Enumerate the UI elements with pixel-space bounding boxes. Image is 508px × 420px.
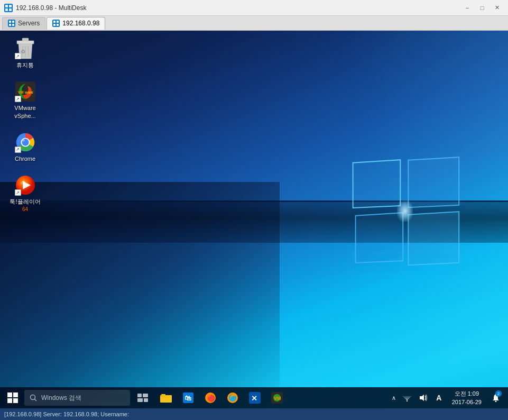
svg-rect-4 xyxy=(9,21,11,23)
taskbar: Windows 검색 xyxy=(0,387,508,408)
search-bar[interactable]: Windows 검색 xyxy=(24,390,130,406)
svg-rect-35 xyxy=(144,398,148,402)
svg-text:🔴: 🔴 xyxy=(207,394,215,402)
tray-icon-network[interactable] xyxy=(400,387,414,408)
start-button[interactable] xyxy=(2,387,23,408)
taskbar-pinned-icons: 🛍 🔴 ✕ xyxy=(155,387,288,408)
svg-rect-56 xyxy=(407,400,408,401)
tab-servers-icon xyxy=(8,20,15,27)
window-title: 192.168.0.98 - MultiDesk xyxy=(16,4,86,12)
remote-desktop[interactable]: ♻ 휴지통 VM wa re xyxy=(0,31,508,408)
taskbar-pin-vmware-taskbar[interactable]: VM xyxy=(266,387,288,408)
search-bar-label: Windows 검색 xyxy=(41,394,81,403)
svg-point-58 xyxy=(495,401,497,403)
desktop-icon-chrome[interactable]: Chrome xyxy=(5,130,45,165)
title-bar: 192.168.0.98 - MultiDesk − □ ✕ xyxy=(0,0,508,16)
notification-badge: 2 xyxy=(495,390,502,397)
svg-rect-33 xyxy=(143,394,148,397)
svg-rect-0 xyxy=(5,5,8,7)
svg-rect-39 xyxy=(161,397,171,398)
tab-remote[interactable]: 192.168.0.98 xyxy=(47,17,105,30)
tab-bar: Servers 192.168.0.98 xyxy=(0,16,508,31)
system-clock[interactable]: 오전 1:09 2017-06-29 xyxy=(448,387,486,408)
tab-remote-label: 192.168.0.98 xyxy=(62,20,99,27)
taskbar-pin-firefox[interactable] xyxy=(222,387,243,408)
tray-icon-language[interactable]: A xyxy=(432,387,446,408)
shortcut-arrow-recycle xyxy=(15,53,21,59)
title-bar-controls: − □ ✕ xyxy=(460,3,504,13)
svg-rect-53 xyxy=(404,397,410,398)
system-tray: ∧ A xyxy=(390,387,506,408)
svg-text:🛍: 🛍 xyxy=(184,394,191,402)
close-button[interactable]: ✕ xyxy=(490,3,504,13)
tray-icon-volume[interactable] xyxy=(416,387,430,408)
svg-text:♻: ♻ xyxy=(21,49,25,54)
title-bar-left: 192.168.0.98 - MultiDesk xyxy=(4,4,86,12)
svg-rect-38 xyxy=(161,394,165,396)
svg-text:wa: wa xyxy=(24,90,30,94)
taskbar-pin-store[interactable]: 🛍 xyxy=(178,387,199,408)
start-icon xyxy=(7,392,18,403)
svg-rect-40 xyxy=(161,399,169,399)
recycle-bin-icon: ♻ xyxy=(15,38,36,59)
taskbar-pin-app2[interactable]: ✕ xyxy=(244,387,265,408)
taskbar-pin-app1[interactable]: 🔴 xyxy=(200,387,221,408)
status-text: [192.168.0.98] Server: 192.168.0.98; Use… xyxy=(4,411,129,417)
shortcut-arrow-chrome xyxy=(15,147,21,153)
svg-rect-11 xyxy=(57,24,59,26)
svg-rect-6 xyxy=(9,24,11,26)
svg-text:VM: VM xyxy=(274,396,281,401)
svg-rect-52 xyxy=(403,396,411,397)
taskbar-pin-explorer[interactable] xyxy=(155,387,177,408)
player-icon xyxy=(15,175,36,196)
svg-marker-57 xyxy=(420,395,424,401)
task-view-button[interactable] xyxy=(133,387,152,408)
shortcut-arrow-player xyxy=(15,189,21,196)
tab-servers-label: Servers xyxy=(18,20,40,27)
svg-rect-32 xyxy=(137,394,142,397)
svg-point-30 xyxy=(31,395,35,400)
desktop-icon-player[interactable]: 툭!플레이어64 xyxy=(5,172,45,215)
svg-rect-8 xyxy=(53,21,56,23)
app-icon xyxy=(4,4,13,12)
svg-rect-54 xyxy=(405,398,409,399)
minimize-button[interactable]: − xyxy=(460,3,474,13)
task-view-icon xyxy=(137,394,148,402)
search-icon xyxy=(30,394,37,401)
svg-rect-41 xyxy=(161,400,170,401)
vmware-label: VMware vSphe... xyxy=(7,104,43,120)
svg-rect-34 xyxy=(137,398,143,402)
recycle-bin-label: 휴지통 xyxy=(16,61,34,69)
tab-servers[interactable]: Servers xyxy=(2,17,45,30)
svg-point-26 xyxy=(22,139,24,142)
svg-text:VM: VM xyxy=(18,90,24,94)
svg-rect-2 xyxy=(5,8,8,11)
clock-date: 2017-06-29 xyxy=(452,398,482,407)
maximize-button[interactable]: □ xyxy=(475,3,489,13)
desktop-icon-vmware[interactable]: VM wa re VMware vSphe... xyxy=(5,79,45,122)
player-label: 툭!플레이어64 xyxy=(10,198,40,213)
clock-time: 오전 1:09 xyxy=(455,389,479,398)
vmware-icon: VM wa re xyxy=(15,81,36,102)
svg-rect-7 xyxy=(12,24,14,26)
svg-text:✕: ✕ xyxy=(251,394,257,403)
svg-rect-12 xyxy=(22,38,29,41)
svg-rect-13 xyxy=(17,41,34,44)
desktop-icons: ♻ 휴지통 VM wa re xyxy=(5,36,45,215)
svg-rect-10 xyxy=(53,24,56,26)
chrome-icon xyxy=(15,132,36,153)
chrome-label: Chrome xyxy=(15,155,35,162)
svg-rect-55 xyxy=(406,399,408,400)
desktop-icon-recycle[interactable]: ♻ 휴지통 xyxy=(5,36,45,71)
svg-rect-5 xyxy=(12,21,14,23)
svg-line-31 xyxy=(35,399,37,401)
svg-rect-3 xyxy=(9,8,12,11)
shortcut-arrow-vmware xyxy=(15,96,21,102)
tab-remote-icon xyxy=(52,20,60,27)
svg-rect-9 xyxy=(57,21,59,23)
notification-button[interactable]: 2 xyxy=(488,387,504,408)
windows-logo-reflection xyxy=(347,248,463,276)
tray-expand-button[interactable]: ∧ xyxy=(390,395,398,401)
svg-rect-1 xyxy=(9,5,12,7)
svg-text:re: re xyxy=(30,90,33,94)
